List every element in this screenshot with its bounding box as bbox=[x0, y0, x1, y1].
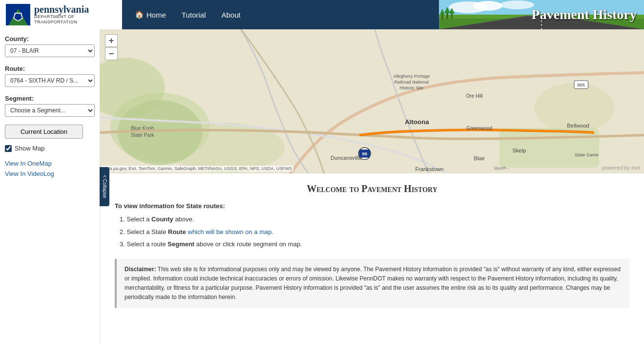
svg-text:Railroad National: Railroad National bbox=[394, 80, 428, 85]
route-select[interactable]: 0764 - SIXTH AV RD / S... bbox=[5, 74, 95, 87]
svg-text:Historic Site: Historic Site bbox=[399, 86, 423, 90]
show-map-row: Show Map bbox=[5, 145, 95, 152]
collapse-label: < Collapse bbox=[102, 175, 107, 198]
logo-area: pennsylvania Department of Transportatio… bbox=[0, 0, 122, 29]
svg-text:99: 99 bbox=[362, 151, 367, 156]
nav-home[interactable]: 🏠 Home bbox=[127, 6, 174, 23]
route-label: Route: bbox=[5, 65, 95, 72]
county-group: County: 07 - BLAIR bbox=[5, 35, 95, 63]
svg-text:Ore Hill: Ore Hill bbox=[466, 93, 482, 99]
step1-after: above. bbox=[175, 215, 194, 223]
step1-before: Select a bbox=[126, 215, 151, 223]
list-item: 3. Select a route Segment above or click… bbox=[120, 239, 629, 249]
logo-penn: pennsylvania bbox=[34, 4, 116, 14]
zoom-out-button[interactable]: − bbox=[105, 47, 118, 60]
home-icon: 🏠 bbox=[135, 10, 144, 19]
collapse-tab[interactable]: < Collapse bbox=[100, 167, 109, 206]
route-group: Route: 0764 - SIXTH AV RD / S... bbox=[5, 65, 95, 93]
disclaimer-label: Disclaimer: bbox=[125, 266, 156, 273]
segment-group: Segment: Choose a Segment... bbox=[5, 95, 95, 123]
svg-text:Bellwood: Bellwood bbox=[567, 123, 589, 129]
step3-keyword: Segment bbox=[167, 240, 194, 248]
svg-text:State Game: State Game bbox=[575, 152, 599, 157]
map-controls: + − bbox=[105, 34, 118, 60]
disclaimer-box: Disclaimer: This web site is for informa… bbox=[115, 259, 629, 308]
view-onemap-link[interactable]: View In OneMap bbox=[5, 160, 95, 167]
logo-dot: Department of Transportation bbox=[34, 14, 116, 25]
list-item: 2. Select a State Route which will be sh… bbox=[120, 227, 629, 237]
nav-about-label: About bbox=[221, 11, 240, 19]
svg-text:Skelp: Skelp bbox=[512, 148, 526, 153]
nav-tutorial-label: Tutorial bbox=[182, 11, 206, 19]
list-item: 1. Select a County above. bbox=[120, 215, 629, 224]
svg-point-5 bbox=[500, 0, 534, 9]
svg-text:Allegheny Portage: Allegheny Portage bbox=[393, 74, 430, 79]
step3-after: above or click route segment on map. bbox=[196, 240, 302, 248]
svg-text:Greenwood: Greenwood bbox=[466, 126, 492, 131]
step1-keyword: County bbox=[151, 215, 173, 223]
step2-after: which will be shown on a map. bbox=[188, 228, 274, 236]
instructions-heading: To view information for State routes: bbox=[115, 202, 629, 210]
svg-text:865: 865 bbox=[578, 83, 585, 87]
instructions-list: 1. Select a County above. 2. Select a St… bbox=[115, 215, 629, 249]
nav-tutorial[interactable]: Tutorial bbox=[174, 7, 213, 23]
zoom-in-button[interactable]: + bbox=[105, 34, 118, 47]
welcome-title: Welcome to Pavement History bbox=[115, 183, 629, 194]
step3-before: Select a route bbox=[126, 240, 167, 248]
disclaimer-text: This web site is for informational purpo… bbox=[125, 266, 621, 301]
pa-logo bbox=[6, 4, 34, 25]
step2-num: 2. bbox=[120, 228, 126, 236]
logo-text: pennsylvania Department of Transportatio… bbox=[34, 4, 116, 25]
svg-text:Duncansville: Duncansville bbox=[331, 155, 362, 161]
step1-num: 1. bbox=[120, 215, 126, 223]
current-location-button[interactable]: Current Location bbox=[5, 125, 83, 139]
segment-label: Segment: bbox=[5, 95, 95, 102]
step2-before: Select a State bbox=[126, 228, 168, 236]
svg-point-4 bbox=[473, 1, 502, 11]
header: pennsylvania Department of Transportatio… bbox=[0, 0, 644, 29]
svg-text:Blair: Blair bbox=[474, 155, 485, 161]
show-map-label: Show Map bbox=[15, 145, 44, 152]
nav-home-label: Home bbox=[146, 11, 166, 19]
county-label: County: bbox=[5, 35, 95, 43]
content-area: Blue Knob State Park 99 bbox=[100, 29, 644, 344]
show-map-checkbox[interactable] bbox=[5, 145, 12, 152]
step2-keyword: Route bbox=[168, 228, 186, 236]
banner: Pavement History bbox=[439, 0, 644, 29]
sidebar: County: 07 - BLAIR Route: 0764 - SIXTH A… bbox=[0, 29, 100, 344]
map-svg: Blue Knob State Park 99 bbox=[100, 29, 644, 173]
sidebar-links: View In OneMap View In VideoLog bbox=[5, 160, 95, 177]
nav-about[interactable]: About bbox=[213, 7, 248, 23]
nav-bar: 🏠 Home Tutorial About bbox=[122, 0, 439, 29]
svg-rect-15 bbox=[451, 13, 453, 19]
banner-title: Pavement History bbox=[532, 7, 637, 22]
svg-text:Altoona: Altoona bbox=[405, 118, 429, 126]
view-videolog-link[interactable]: View In VideoLog bbox=[5, 170, 95, 177]
esri-logo: powered by esri bbox=[602, 165, 640, 171]
esri-text: powered by esri bbox=[602, 165, 640, 171]
svg-text:Frankstown: Frankstown bbox=[415, 166, 443, 172]
segment-select[interactable]: Choose a Segment... bbox=[5, 104, 95, 117]
map-attribution: data.pa.gov, Esri, TomTom, Garmin, SafeG… bbox=[102, 166, 293, 172]
svg-text:State Park: State Park bbox=[131, 132, 155, 138]
step3-num: 3. bbox=[120, 240, 126, 248]
welcome-section: Welcome to Pavement History To view info… bbox=[100, 173, 644, 344]
svg-point-23 bbox=[118, 100, 203, 165]
map-container: Blue Knob State Park 99 bbox=[100, 29, 644, 173]
svg-rect-13 bbox=[446, 12, 448, 19]
pa-flag-icon bbox=[6, 4, 30, 25]
main-container: County: 07 - BLAIR Route: 0764 - SIXTH A… bbox=[0, 29, 644, 344]
county-select[interactable]: 07 - BLAIR bbox=[5, 44, 95, 57]
